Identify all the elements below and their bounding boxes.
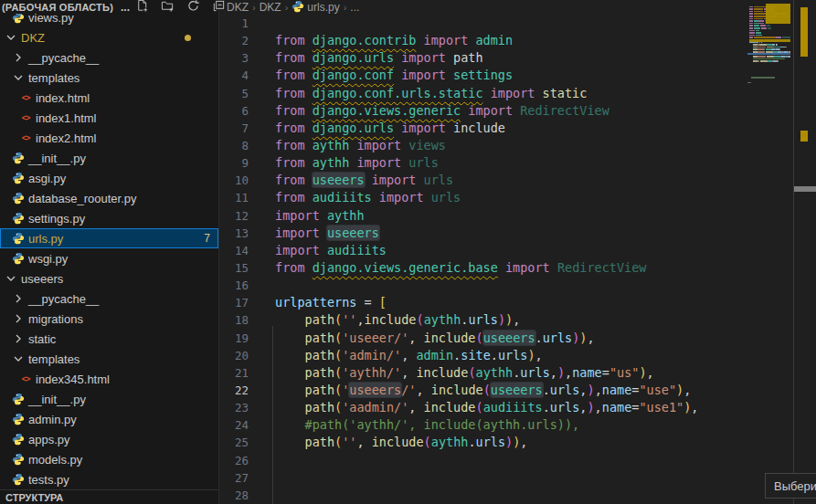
line-number[interactable]: 27 [219,469,249,487]
line-number[interactable]: 5 [219,85,249,102]
line-number[interactable]: 11 [219,189,249,206]
line-number[interactable]: 2 [219,32,249,49]
code-line[interactable]: 27 [219,469,793,487]
tree-item-DKZ[interactable]: DKZ [0,27,218,47]
code-line[interactable]: 23 path('aadmin/', include(audiiits.urls… [219,399,793,416]
code-line[interactable]: 8from aythh import views [219,137,793,154]
line-number[interactable]: 18 [219,311,249,329]
line-number[interactable]: 1 [219,15,249,32]
code-line[interactable]: 17urlpatterns = [ [219,294,793,311]
code-line[interactable]: 24 #path('aythh/', include(aythh.urls)), [219,416,793,434]
minimap-decoration [751,77,775,79]
tree-item-tests.py[interactable]: tests.py [0,469,218,489]
tree-item-label: __init__.py [28,393,86,406]
code-line[interactable]: 2from django.contrib import admin [219,32,793,49]
code-line[interactable]: 21 path('aythh/', include(aythh.urls,),n… [219,364,793,382]
tree-item-models.py[interactable]: models.py [0,449,218,469]
tree-item-database_roouter.py[interactable]: database_roouter.py [0,188,218,208]
overview-warning-marker [800,131,808,142]
more-actions-icon[interactable]: ... [121,1,130,14]
tree-item-admin.py[interactable]: admin.py [0,409,218,429]
python-file-icon [11,453,26,466]
line-number[interactable]: 12 [219,207,249,225]
code-line[interactable]: 9from aythh import urls [219,154,793,172]
line-number[interactable]: 24 [219,416,249,434]
code-line[interactable]: 26 [219,452,793,469]
line-number[interactable]: 10 [219,172,249,189]
tree-item-index2.html[interactable]: <> index2.html [0,128,218,148]
new-file-button[interactable] [135,0,149,16]
line-number[interactable]: 26 [219,452,249,469]
python-file-icon [291,0,304,16]
line-number[interactable]: 17 [219,294,249,311]
editor-pane: DKZ›DKZ›urls.py›... 1 2from django.contr… [219,0,816,504]
tree-item-label: index345.html [36,373,110,386]
code-line[interactable]: 7from django.urls import include [219,120,793,137]
breadcrumb-item[interactable]: urls.py [291,0,339,16]
tree-item-urls.py[interactable]: urls.py 7 [0,228,218,248]
line-number[interactable]: 28 [219,487,249,504]
code-line[interactable]: 10from useeers import urls [219,172,793,189]
tree-item-migrations[interactable]: migrations [0,309,218,329]
breadcrumb-item[interactable]: DKZ [227,1,249,14]
tree-item-__pycache__[interactable]: __pycache__ [0,289,218,309]
tree-item-static[interactable]: static [0,329,218,349]
tree-item-settings.py[interactable]: settings.py [0,208,218,228]
line-number[interactable]: 25 [219,434,249,451]
tree-item-__init__.py[interactable]: __init__.py [0,148,218,168]
code-line[interactable]: 1 [219,15,793,32]
outline-section-header[interactable]: СТРУКТУРА [0,489,218,504]
breadcrumb-item[interactable]: DKZ [260,1,281,14]
code-line[interactable]: 19 path('useeer/', include(useeers.urls)… [219,330,793,347]
code-editor[interactable]: 1 2from django.contrib import admin 3fro… [219,15,793,504]
line-number[interactable]: 6 [219,102,249,120]
tree-item-index.html[interactable]: <> index.html [0,88,218,108]
code-line[interactable]: 11from audiiits import urls [219,189,793,206]
line-number[interactable]: 8 [219,137,249,154]
code-line[interactable]: 22 path('useeers/', include(useeers.urls… [219,382,793,399]
tree-item-apps.py[interactable]: apps.py [0,429,218,449]
line-number[interactable]: 16 [219,277,249,294]
tree-item-__pycache__[interactable]: __pycache__ [0,47,218,68]
line-number[interactable]: 3 [219,49,249,67]
line-number[interactable]: 14 [219,242,249,259]
line-number[interactable]: 19 [219,330,249,347]
collapse-all-button[interactable] [212,0,226,16]
refresh-button[interactable] [186,0,200,16]
line-number[interactable]: 23 [219,399,249,416]
code-line[interactable]: 12import aythh [219,207,793,225]
tree-item-templates[interactable]: templates [0,68,218,88]
line-number[interactable]: 22 [219,382,249,399]
code-line[interactable]: 3from django.urls import path [219,49,793,67]
tree-item-__init__.py[interactable]: __init__.py [0,389,218,409]
code-line[interactable]: 6from django.views.generic import Redire… [219,102,793,120]
code-line[interactable]: 13import useeers [219,225,793,242]
tree-item-useeers[interactable]: useeers [0,268,218,289]
code-line[interactable]: 20 path('admin/', admin.site.urls), [219,347,793,364]
line-number[interactable]: 21 [219,364,249,382]
line-number[interactable]: 20 [219,347,249,364]
new-folder-button[interactable] [161,0,175,16]
breadcrumb-item[interactable]: ... [350,1,359,14]
code-line[interactable]: 4from django.conf import settings [219,67,793,84]
line-number[interactable]: 15 [219,259,249,277]
line-number[interactable]: 13 [219,225,249,242]
tree-item-index1.html[interactable]: <> index1.html [0,108,218,128]
line-number[interactable]: 7 [219,120,249,137]
code-line[interactable]: 28 [219,487,793,504]
code-line[interactable]: 5from django.conf.urls.static import sta… [219,85,793,102]
code-line[interactable]: 18 path('',include(aythh.urls)), [219,311,793,329]
tree-item-wsgi.py[interactable]: wsgi.py [0,248,218,268]
tree-item-templates[interactable]: templates [0,349,218,369]
tree-item-asgi.py[interactable]: asgi.py [0,168,218,188]
code-line[interactable]: 15from django.views.generic.base import … [219,259,793,277]
code-line[interactable]: 14import audiiits [219,242,793,259]
breadcrumb: DKZ›DKZ›urls.py›... [219,0,816,15]
code-line[interactable]: 25 path('', include(aythh.urls)), [219,434,793,451]
line-number[interactable]: 9 [219,154,249,172]
code-line[interactable]: 16 [219,277,793,294]
overview-ruler-scrollbar[interactable] [793,0,816,504]
minimap[interactable] [747,0,793,504]
tree-item-index345.html[interactable]: <> index345.html [0,369,218,389]
line-number[interactable]: 4 [219,67,249,84]
